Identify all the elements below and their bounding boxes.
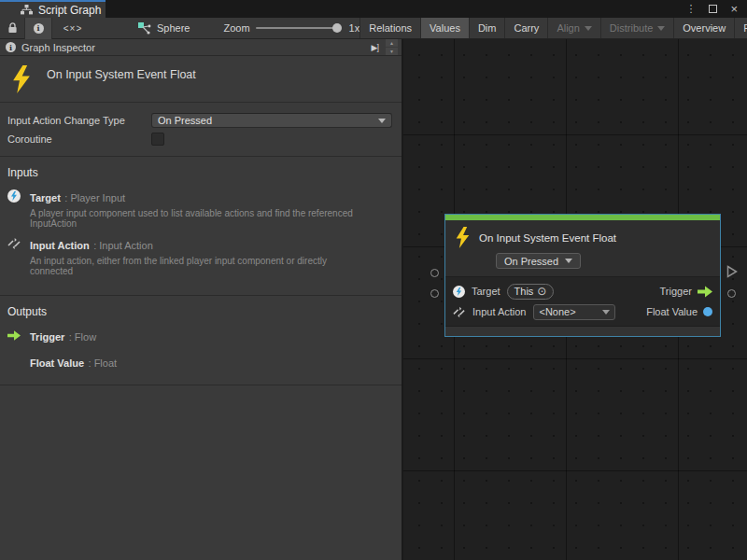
port-name: Trigger	[30, 331, 64, 343]
coroutine-checkbox[interactable]	[151, 133, 164, 146]
list-item: Target : Player Input A player input com…	[7, 189, 392, 229]
node-footer	[445, 326, 720, 336]
target-this-button[interactable]: This ⊙	[507, 284, 555, 300]
input-action-icon	[7, 237, 21, 250]
window-tab-bar: Script Graph ⋮ ×	[0, 0, 747, 18]
node-row-inputaction-float: Input Action <None> Float Value	[445, 301, 720, 322]
port-label: Trigger	[660, 286, 692, 297]
unity-script-graph-window: Script Graph ⋮ × i <×>	[0, 0, 747, 560]
object-picker-icon[interactable]: ⊙	[537, 286, 546, 297]
port-label: Input Action	[472, 306, 527, 317]
player-input-icon	[453, 286, 465, 298]
maximize-icon[interactable]	[709, 5, 717, 13]
graph-hierarchy-icon	[21, 5, 33, 15]
node-event-type-dropdown[interactable]: On Pressed	[496, 253, 581, 269]
unit-settings: Input Action Change Type On Pressed Coro…	[0, 103, 402, 157]
graph-reference-label: Sphere	[157, 22, 190, 34]
port-description: A player input component used to list av…	[30, 208, 366, 229]
carry-button[interactable]: Carry	[504, 18, 547, 38]
graph-reference[interactable]: Sphere	[138, 22, 190, 35]
info-icon: i	[34, 23, 44, 34]
scroll-down-icon[interactable]: ▼	[386, 48, 398, 55]
list-item: Float Value : Float	[7, 354, 392, 371]
dropdown-arrow-icon	[585, 26, 592, 31]
event-node[interactable]: On Input System Event Float On Pressed	[444, 214, 721, 337]
window-controls: ⋮ ×	[685, 0, 747, 18]
graph-toolbar: i <×> Sphere Zoom 1x Relatio	[0, 18, 747, 39]
info-icon: i	[6, 42, 16, 52]
port-type: : Float	[89, 357, 118, 369]
change-type-row: Input Action Change Type On Pressed	[7, 111, 392, 130]
port-type: : Flow	[69, 331, 96, 343]
selected-unit-header: On Input System Event Float	[0, 56, 402, 103]
inspector-title: Graph Inspector	[21, 42, 366, 53]
change-type-label: Input Action Change Type	[7, 115, 151, 126]
window-menu-icon[interactable]: ⋮	[685, 4, 696, 14]
flow-arrow-icon[interactable]	[698, 286, 712, 298]
overview-button[interactable]: Overview	[673, 18, 734, 38]
lock-button[interactable]	[0, 18, 24, 39]
scroll-up-icon[interactable]: ▲	[386, 39, 398, 47]
port-type: : Player Input	[64, 192, 125, 203]
dropdown-arrow-icon	[602, 310, 610, 315]
node-title: On Input System Event Float	[479, 232, 616, 244]
input-port-inputaction[interactable]	[430, 289, 439, 298]
values-button[interactable]: Values	[420, 18, 469, 38]
graph-canvas[interactable]: On Input System Event Float On Pressed	[402, 39, 747, 560]
unit-title: On Input System Event Float	[47, 65, 196, 81]
inputs-header: Inputs	[7, 166, 392, 179]
outputs-header: Outputs	[7, 305, 392, 318]
inputs-section: Inputs Target : Player Input A player in…	[0, 157, 402, 296]
node-ports: Target This ⊙ Trigger	[445, 277, 720, 326]
change-type-value: On Pressed	[158, 115, 212, 126]
dropdown-arrow-icon	[378, 119, 386, 123]
dropdown-arrow-icon	[565, 259, 572, 263]
full-screen-button[interactable]: Full Screen	[734, 18, 747, 38]
toolbar-right-group: Relations Values Dim Carry Align Distrib…	[359, 18, 747, 38]
port-name: Input Action	[30, 240, 90, 251]
port-description: An input action, either from the linked …	[30, 256, 366, 276]
tab-script-graph[interactable]: Script Graph	[0, 0, 106, 18]
node-header[interactable]: On Input System Event Float On Pressed	[445, 220, 720, 277]
flow-arrow-icon	[7, 329, 21, 342]
zoom-control: Zoom 1x	[223, 22, 359, 34]
lock-icon	[7, 22, 18, 34]
tab-title: Script Graph	[38, 4, 101, 17]
view-code-button[interactable]: <×>	[52, 18, 93, 39]
output-port-floatvalue[interactable]	[727, 289, 736, 298]
coroutine-row: Coroutine	[7, 130, 392, 148]
input-action-select[interactable]: <None>	[533, 304, 615, 320]
outputs-section: Outputs Trigger : Flow Float Value : Flo…	[0, 296, 402, 385]
zoom-label: Zoom	[223, 22, 249, 34]
zoom-slider[interactable]	[256, 27, 338, 29]
close-icon[interactable]: ×	[730, 3, 738, 15]
port-name: Float Value	[30, 357, 84, 369]
zoom-slider-handle[interactable]	[332, 23, 342, 33]
dim-button[interactable]: Dim	[469, 18, 505, 38]
port-type: : Input Action	[93, 240, 153, 251]
list-item: Input Action : Input Action An input act…	[7, 236, 392, 276]
inspector-toggle-button[interactable]: i	[24, 18, 52, 39]
port-label: Target	[472, 286, 500, 297]
coroutine-label: Coroutine	[7, 133, 151, 145]
input-port-target[interactable]	[430, 269, 439, 277]
event-bolt-icon	[455, 227, 471, 248]
inspector-scroll-buttons: ▲ ▼	[386, 39, 398, 55]
player-input-icon	[7, 189, 21, 203]
relations-button[interactable]: Relations	[359, 18, 420, 38]
input-action-icon	[453, 306, 466, 318]
align-button[interactable]: Align	[547, 18, 599, 38]
float-port-icon[interactable]	[703, 307, 712, 316]
port-name: Target	[30, 192, 61, 203]
dock-panel-icon[interactable]: ▶]	[372, 43, 378, 52]
output-port-trigger[interactable]	[726, 265, 738, 278]
graph-inspector-panel: i Graph Inspector ▶] ▲ ▼ On Input System…	[0, 39, 402, 560]
list-item: Trigger : Flow	[7, 328, 392, 345]
distribute-button[interactable]: Distribute	[600, 18, 673, 38]
change-type-select[interactable]: On Pressed	[151, 113, 392, 128]
port-label: Float Value	[646, 306, 698, 317]
zoom-value: 1x	[349, 22, 360, 34]
graph-inspector-header: i Graph Inspector ▶] ▲ ▼	[0, 39, 402, 56]
node-row-target-trigger: Target This ⊙ Trigger	[445, 281, 720, 301]
dropdown-arrow-icon	[657, 26, 665, 31]
